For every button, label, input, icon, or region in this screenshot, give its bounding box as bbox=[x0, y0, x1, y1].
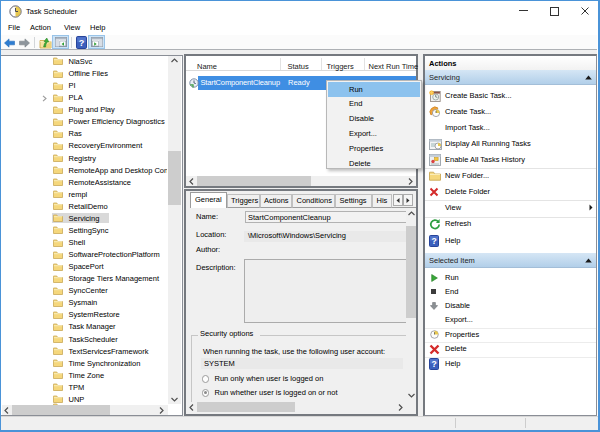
svg-text:?: ? bbox=[79, 38, 85, 48]
svg-text:?: ? bbox=[431, 359, 436, 369]
svg-text:?: ? bbox=[431, 236, 436, 246]
